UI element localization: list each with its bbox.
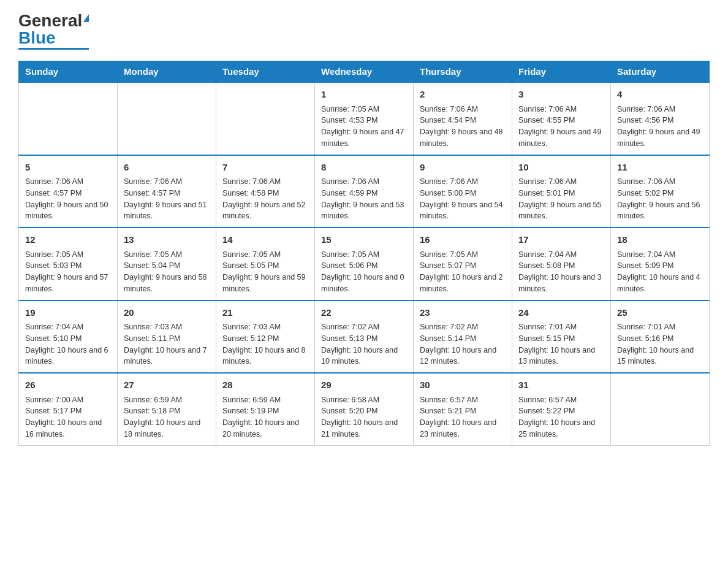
day-info: Sunset: 4:55 PM — [518, 115, 604, 126]
day-info: Sunset: 5:18 PM — [124, 405, 210, 417]
day-number: 8 — [321, 161, 407, 175]
day-header-tuesday: Tuesday — [216, 61, 315, 83]
day-info: Daylight: 10 hours and 4 minutes. — [617, 272, 703, 295]
day-number: 3 — [518, 88, 604, 102]
calendar-cell: 25Sunrise: 7:01 AMSunset: 5:16 PMDayligh… — [611, 301, 710, 373]
calendar-cell: 17Sunrise: 7:04 AMSunset: 5:08 PMDayligh… — [512, 228, 611, 301]
day-info: Sunset: 5:05 PM — [222, 260, 308, 272]
day-number: 4 — [617, 88, 703, 102]
day-number: 12 — [25, 233, 111, 247]
day-info: Sunrise: 7:06 AM — [518, 104, 604, 115]
calendar-cell: 10Sunrise: 7:06 AMSunset: 5:01 PMDayligh… — [512, 155, 611, 228]
day-info: Sunrise: 7:00 AM — [25, 394, 111, 406]
calendar-week-3: 12Sunrise: 7:05 AMSunset: 5:03 PMDayligh… — [19, 228, 710, 301]
day-number: 26 — [25, 378, 111, 393]
calendar-week-1: 1Sunrise: 7:05 AMSunset: 4:53 PMDaylight… — [19, 82, 710, 155]
day-info: Daylight: 10 hours and 2 minutes. — [420, 272, 506, 295]
day-number: 10 — [518, 161, 604, 175]
day-info: Sunrise: 7:06 AM — [617, 176, 703, 188]
day-info: Sunset: 5:11 PM — [124, 333, 210, 345]
day-number: 7 — [222, 161, 308, 175]
day-info: Sunset: 4:53 PM — [321, 115, 407, 126]
day-info: Sunset: 4:58 PM — [222, 188, 308, 199]
day-number: 2 — [420, 88, 506, 102]
calendar-cell — [118, 82, 216, 155]
day-info: Sunrise: 7:05 AM — [321, 249, 407, 261]
day-info: Daylight: 9 hours and 57 minutes. — [25, 272, 111, 295]
page-header: General Blue — [18, 12, 710, 50]
day-number: 31 — [518, 378, 604, 393]
day-info: Daylight: 10 hours and 12 minutes. — [420, 345, 506, 368]
day-info: Sunrise: 7:02 AM — [420, 321, 506, 333]
day-info: Sunset: 5:19 PM — [222, 405, 308, 417]
day-info: Sunset: 4:57 PM — [25, 188, 111, 199]
day-number: 28 — [222, 378, 308, 393]
calendar-cell: 11Sunrise: 7:06 AMSunset: 5:02 PMDayligh… — [611, 155, 710, 228]
day-info: Sunset: 5:01 PM — [518, 188, 604, 199]
calendar-cell: 29Sunrise: 6:58 AMSunset: 5:20 PMDayligh… — [315, 373, 414, 445]
day-info: Daylight: 10 hours and 6 minutes. — [25, 345, 111, 368]
day-number: 6 — [124, 161, 210, 175]
calendar-cell: 12Sunrise: 7:05 AMSunset: 5:03 PMDayligh… — [19, 228, 118, 301]
day-info: Sunrise: 7:06 AM — [25, 176, 111, 188]
day-info: Sunset: 5:02 PM — [617, 188, 703, 199]
day-info: Sunset: 4:57 PM — [124, 188, 210, 199]
day-info: Sunrise: 7:01 AM — [518, 321, 604, 333]
calendar-cell: 30Sunrise: 6:57 AMSunset: 5:21 PMDayligh… — [414, 373, 512, 445]
day-number: 25 — [617, 306, 703, 320]
day-number: 21 — [222, 306, 308, 320]
day-info: Daylight: 10 hours and 23 minutes. — [420, 417, 506, 440]
day-info: Daylight: 9 hours and 55 minutes. — [518, 199, 604, 223]
day-info: Daylight: 9 hours and 56 minutes. — [617, 199, 703, 223]
day-header-friday: Friday — [512, 61, 611, 83]
day-info: Sunset: 5:06 PM — [321, 260, 407, 272]
day-number: 22 — [321, 306, 407, 320]
day-info: Sunset: 5:08 PM — [518, 260, 604, 272]
day-info: Sunrise: 7:06 AM — [518, 176, 604, 188]
day-info: Sunrise: 7:05 AM — [25, 249, 111, 261]
day-info: Sunset: 5:09 PM — [617, 260, 703, 272]
day-info: Daylight: 9 hours and 48 minutes. — [420, 126, 506, 150]
day-info: Daylight: 10 hours and 0 minutes. — [321, 272, 407, 295]
day-info: Daylight: 9 hours and 47 minutes. — [321, 126, 407, 150]
day-number: 11 — [617, 161, 703, 175]
calendar-cell: 19Sunrise: 7:04 AMSunset: 5:10 PMDayligh… — [19, 301, 118, 373]
day-info: Daylight: 10 hours and 15 minutes. — [617, 345, 703, 368]
calendar-header-row: SundayMondayTuesdayWednesdayThursdayFrid… — [19, 61, 710, 83]
calendar-cell: 5Sunrise: 7:06 AMSunset: 4:57 PMDaylight… — [19, 155, 118, 228]
day-info: Daylight: 10 hours and 7 minutes. — [124, 345, 210, 368]
calendar-table: SundayMondayTuesdayWednesdayThursdayFrid… — [18, 61, 710, 446]
day-info: Sunset: 5:14 PM — [420, 333, 506, 345]
calendar-cell: 7Sunrise: 7:06 AMSunset: 4:58 PMDaylight… — [216, 155, 315, 228]
day-header-thursday: Thursday — [414, 61, 512, 83]
day-info: Sunset: 4:56 PM — [617, 115, 703, 126]
calendar-cell: 3Sunrise: 7:06 AMSunset: 4:55 PMDaylight… — [512, 82, 611, 155]
calendar-cell: 2Sunrise: 7:06 AMSunset: 4:54 PMDaylight… — [414, 82, 512, 155]
day-info: Sunrise: 7:06 AM — [124, 176, 210, 188]
day-info: Daylight: 10 hours and 21 minutes. — [321, 417, 407, 440]
day-info: Daylight: 10 hours and 13 minutes. — [518, 345, 604, 368]
day-number: 27 — [124, 378, 210, 393]
day-info: Daylight: 10 hours and 20 minutes. — [222, 417, 308, 440]
day-info: Sunrise: 7:02 AM — [321, 321, 407, 333]
day-info: Sunrise: 6:59 AM — [222, 394, 308, 406]
logo-text: General Blue — [18, 12, 89, 47]
day-info: Sunrise: 7:01 AM — [617, 321, 703, 333]
day-info: Sunrise: 6:57 AM — [420, 394, 506, 406]
day-number: 20 — [124, 306, 210, 320]
day-number: 17 — [518, 233, 604, 247]
calendar-week-4: 19Sunrise: 7:04 AMSunset: 5:10 PMDayligh… — [19, 301, 710, 373]
day-info: Sunset: 5:21 PM — [420, 405, 506, 417]
day-info: Sunrise: 7:05 AM — [420, 249, 506, 261]
day-info: Sunrise: 7:04 AM — [518, 249, 604, 261]
calendar-cell: 4Sunrise: 7:06 AMSunset: 4:56 PMDaylight… — [611, 82, 710, 155]
calendar-week-5: 26Sunrise: 7:00 AMSunset: 5:17 PMDayligh… — [19, 373, 710, 445]
day-number: 1 — [321, 88, 407, 102]
day-info: Sunrise: 7:03 AM — [222, 321, 308, 333]
day-info: Daylight: 9 hours and 50 minutes. — [25, 199, 111, 223]
day-info: Sunset: 4:54 PM — [420, 115, 506, 126]
day-info: Sunset: 4:59 PM — [321, 188, 407, 199]
day-info: Daylight: 10 hours and 10 minutes. — [321, 345, 407, 368]
calendar-cell: 24Sunrise: 7:01 AMSunset: 5:15 PMDayligh… — [512, 301, 611, 373]
day-info: Sunrise: 7:04 AM — [617, 249, 703, 261]
